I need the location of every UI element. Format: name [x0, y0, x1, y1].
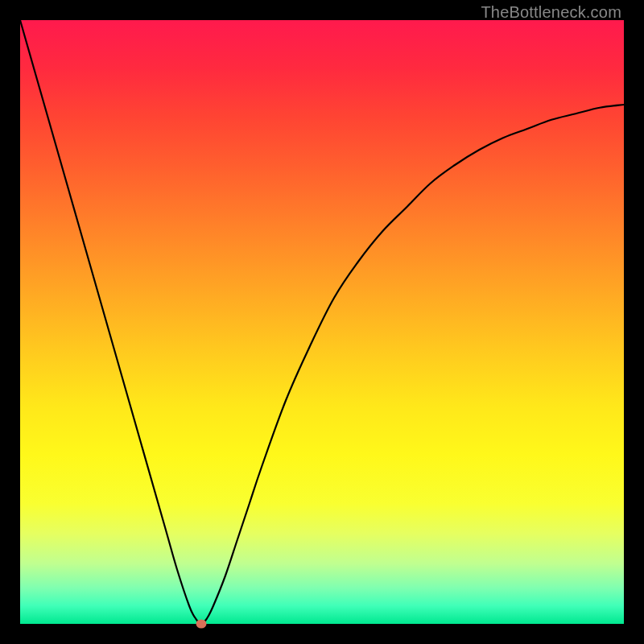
- watermark-text: TheBottleneck.com: [481, 3, 621, 22]
- minimum-marker-dot: [196, 620, 207, 629]
- bottleneck-curve: [20, 20, 624, 624]
